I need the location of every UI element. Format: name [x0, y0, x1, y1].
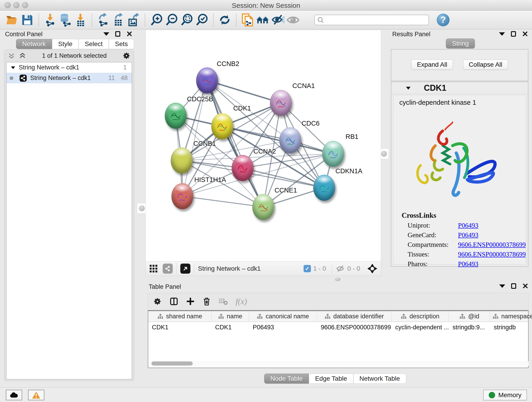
crosslink-link[interactable]: P06493 — [458, 260, 478, 268]
gear-icon[interactable] — [122, 51, 131, 60]
table-row[interactable]: CDK1CDK1P064939606.ENSP00000378699cyclin… — [148, 322, 528, 332]
tab-select[interactable]: Select — [79, 39, 109, 49]
panel-close-icon[interactable]: ✕ — [522, 31, 529, 37]
network-node-RB1[interactable] — [322, 141, 344, 167]
search-input[interactable] — [324, 16, 423, 23]
warning-status-button[interactable] — [28, 390, 44, 400]
delete-column-icon[interactable] — [203, 297, 211, 306]
open-session-button[interactable] — [5, 12, 20, 27]
open-in-window-button[interactable] — [180, 264, 190, 274]
table-cell[interactable]: stringdb — [490, 322, 532, 332]
network-node-HIST1H1A[interactable] — [171, 183, 193, 209]
zoom-fit-button[interactable] — [179, 12, 194, 27]
network-node-CCNA2[interactable] — [232, 155, 254, 181]
tab-edge-table[interactable]: Edge Table — [309, 374, 353, 384]
table-horizontal-scrollbar[interactable] — [151, 361, 529, 366]
tab-network-table[interactable]: Network Table — [353, 374, 406, 384]
tab-style[interactable]: Style — [52, 39, 79, 49]
node-label-HIST1H1A: HIST1H1A — [194, 176, 226, 184]
selected-items-checkbox[interactable]: ✓ — [304, 265, 311, 272]
table-cell[interactable]: CDK1 — [148, 322, 211, 332]
import-network-file-button[interactable] — [43, 12, 58, 27]
network-node-CCNE1[interactable] — [252, 194, 274, 220]
panel-float-icon[interactable] — [511, 283, 516, 289]
save-session-button[interactable] — [20, 12, 35, 27]
network-node-CDC6[interactable] — [279, 127, 301, 153]
network-node-CCNA1[interactable] — [270, 90, 292, 116]
zoom-selected-button[interactable] — [194, 12, 209, 27]
tab-string[interactable]: String — [446, 38, 475, 49]
column-header-namespace[interactable]: namespace — [490, 311, 532, 322]
panel-minimize-icon[interactable] — [499, 32, 505, 36]
zoom-in-button[interactable] — [149, 12, 164, 27]
panel-close-icon[interactable]: ✕ — [126, 31, 133, 37]
expand-all-icon[interactable] — [19, 52, 26, 60]
network-node-CDC25B[interactable] — [165, 103, 187, 129]
table-cell[interactable]: stringdb:9... — [449, 322, 490, 332]
grid-view-icon[interactable] — [149, 264, 158, 273]
column-header-name[interactable]: name — [211, 311, 249, 322]
refresh-button[interactable] — [217, 12, 232, 27]
network-node-CDKN1A[interactable] — [313, 175, 335, 201]
export-network-button[interactable] — [96, 12, 111, 27]
section-expander-icon[interactable] — [405, 85, 412, 91]
zoom-out-button[interactable] — [164, 12, 179, 27]
gene-section-header[interactable]: CDK1 — [391, 82, 528, 94]
export-table-button[interactable] — [111, 12, 126, 27]
left-splitter-handle[interactable] — [137, 203, 147, 214]
cloud-status-button[interactable] — [6, 390, 22, 400]
import-network-database-button[interactable] — [58, 12, 73, 27]
crosslink-link[interactable]: P06493 — [458, 222, 478, 229]
tree-expander-icon[interactable] — [10, 65, 16, 70]
memory-button[interactable]: Memory — [483, 390, 527, 400]
expand-all-button[interactable]: Expand All — [411, 60, 453, 70]
scrollbar-thumb[interactable] — [152, 361, 193, 366]
column-header-shared-name[interactable]: shared name — [148, 311, 211, 322]
panel-minimize-icon[interactable] — [499, 284, 505, 288]
collapse-all-button[interactable]: Collapse All — [463, 60, 508, 70]
crosslink-link[interactable]: 9606.ENSP00000378699 — [458, 241, 526, 249]
collapse-all-icon[interactable] — [7, 52, 15, 60]
node-table[interactable]: shared namenamecanonical namedatabase id… — [148, 310, 529, 368]
help-button[interactable]: ? — [437, 13, 450, 26]
table-cell[interactable]: P06493 — [249, 322, 317, 332]
network-row[interactable]: String Network – cdk1 11 48 — [6, 73, 132, 83]
column-header-canonical-name[interactable]: canonical name — [249, 311, 317, 322]
crosslink-link[interactable]: 9606.ENSP00000378699 — [458, 250, 526, 258]
gear-icon[interactable] — [153, 297, 162, 306]
column-header-database-identifier[interactable]: database identifier — [317, 311, 392, 322]
clone-network-button[interactable] — [240, 12, 255, 27]
network-node-CCNB1[interactable] — [171, 147, 193, 173]
show-columns-icon[interactable] — [170, 297, 178, 306]
network-edge[interactable] — [182, 196, 263, 207]
crosslink-link[interactable]: P06493 — [458, 231, 478, 239]
network-node-CDK1[interactable] — [211, 113, 233, 139]
panel-float-icon[interactable] — [511, 31, 516, 37]
string-share-button[interactable] — [163, 264, 173, 274]
change-defaults-button[interactable] — [255, 12, 270, 27]
birdseye-toggle-icon[interactable] — [367, 263, 378, 274]
add-column-icon[interactable] — [186, 297, 195, 306]
tab-sets[interactable]: Sets — [109, 39, 134, 49]
network-view[interactable]: CCNB2CCNA1CDC25BCDK1CDC6RB1CCNB1CCNA2CDK… — [146, 30, 381, 261]
panel-close-icon[interactable]: ✕ — [522, 283, 529, 289]
protein-ribbon-thumbnail — [200, 73, 215, 89]
node-label-CCNB2: CCNB2 — [217, 60, 239, 68]
network-node-CCNB2[interactable] — [196, 67, 218, 94]
tab-node-table[interactable]: Node Table — [264, 374, 309, 384]
export-image-button[interactable] — [126, 12, 141, 27]
column-header-description[interactable]: description — [392, 311, 449, 322]
network-collection-row[interactable]: String Network – cdk1 1 — [6, 62, 132, 73]
import-table-file-button[interactable] — [73, 12, 88, 27]
table-cell[interactable]: cyclin-dependent ... — [392, 322, 449, 332]
search-box[interactable] — [314, 15, 429, 25]
network-edge[interactable] — [207, 80, 281, 103]
table-cell[interactable]: CDK1 — [211, 322, 249, 332]
panel-float-icon[interactable] — [115, 31, 120, 37]
column-header-@id[interactable]: @id — [449, 311, 490, 322]
show-hide-button[interactable] — [270, 12, 285, 27]
tab-network[interactable]: Network — [16, 39, 52, 49]
horizontal-splitter-handle[interactable] — [335, 278, 341, 281]
table-cell[interactable]: 9606.ENSP00000378699 — [317, 322, 392, 332]
panel-minimize-icon[interactable] — [103, 32, 109, 36]
